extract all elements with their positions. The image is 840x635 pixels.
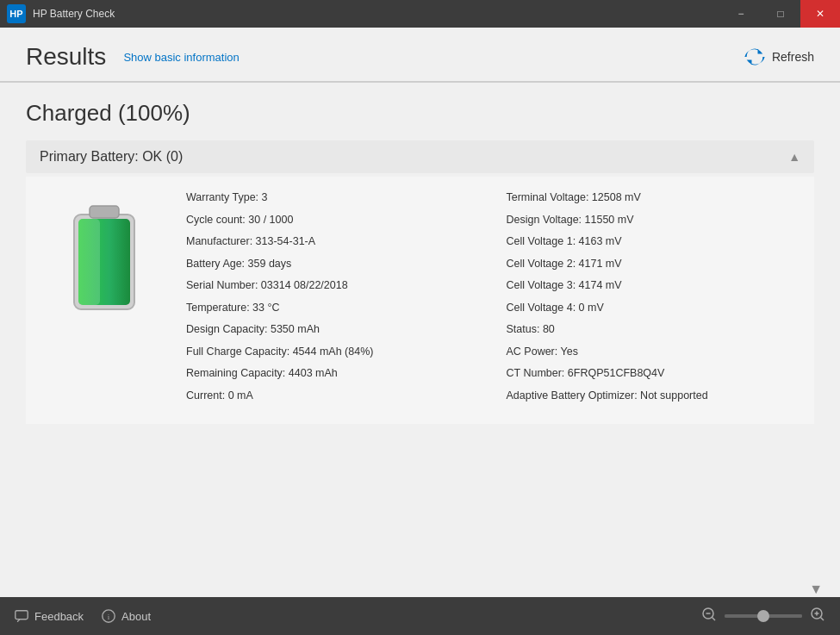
- header: Results Show basic information Refresh: [0, 28, 840, 82]
- spec-row: Terminal Voltage: 12508 mV: [507, 190, 801, 206]
- primary-battery-row: Primary Battery: OK (0) ▲: [26, 140, 814, 173]
- spec-row: Remaining Capacity: 4403 mAh: [186, 366, 481, 382]
- footer-right: [700, 606, 826, 626]
- about-button[interactable]: i About: [101, 608, 151, 624]
- spec-row: Warranty Type: 3: [186, 190, 481, 206]
- svg-rect-4: [78, 219, 100, 305]
- about-label: About: [121, 610, 151, 623]
- footer: Feedback i About: [0, 597, 840, 635]
- title-bar-left: HP HP Battery Check: [7, 4, 115, 23]
- battery-image-container: [40, 190, 169, 410]
- spec-row: Cell Voltage 1: 4163 mV: [507, 234, 801, 250]
- svg-rect-1: [90, 206, 119, 218]
- close-button[interactable]: ✕: [800, 0, 840, 28]
- battery-details: Warranty Type: 3Cycle count: 30 / 1000Ma…: [26, 177, 814, 424]
- results-title: Results: [26, 43, 106, 71]
- refresh-label: Refresh: [772, 50, 814, 64]
- right-specs-column: Terminal Voltage: 12508 mVDesign Voltage…: [507, 190, 801, 410]
- feedback-button[interactable]: Feedback: [14, 608, 84, 624]
- app-title: HP Battery Check: [33, 8, 115, 20]
- refresh-icon: [743, 45, 767, 69]
- spec-row: Design Capacity: 5350 mAh: [186, 322, 481, 338]
- zoom-slider-thumb: [757, 610, 769, 622]
- header-left: Results Show basic information: [26, 43, 240, 71]
- spec-row: Cell Voltage 4: 0 mV: [507, 301, 801, 316]
- primary-battery-label: Primary Battery: OK (0): [40, 149, 183, 165]
- hp-logo-icon: HP: [7, 4, 26, 23]
- zoom-slider-track: [725, 614, 802, 618]
- minimize-button[interactable]: −: [721, 0, 761, 28]
- spec-row: Status: 80: [507, 322, 801, 338]
- charge-status-title: Charged (100%): [26, 100, 814, 127]
- svg-line-10: [712, 618, 716, 621]
- spec-row: Temperature: 33 °C: [186, 301, 481, 316]
- chevron-up-icon[interactable]: ▲: [788, 150, 800, 164]
- battery-icon: [65, 199, 143, 320]
- about-icon: i: [101, 608, 116, 624]
- main-content: Results Show basic information Refresh C…: [0, 28, 840, 597]
- spec-row: AC Power: Yes: [507, 345, 801, 360]
- maximize-button[interactable]: □: [761, 0, 800, 28]
- svg-rect-5: [16, 611, 28, 619]
- feedback-label: Feedback: [34, 610, 84, 623]
- battery-section: Charged (100%) Primary Battery: OK (0) ▲: [0, 83, 840, 578]
- spec-row: Cycle count: 30 / 1000: [186, 213, 481, 228]
- window-controls: − □ ✕: [721, 0, 840, 28]
- spec-row: CT Number: 6FRQP51CFB8Q4V: [507, 366, 801, 382]
- spec-row: Manufacturer: 313-54-31-A: [186, 234, 481, 250]
- spec-row: Full Charge Capacity: 4544 mAh (84%): [186, 345, 481, 360]
- zoom-in-icon[interactable]: [809, 606, 826, 626]
- left-specs-column: Warranty Type: 3Cycle count: 30 / 1000Ma…: [186, 190, 481, 410]
- chevron-down-icon: ▼: [809, 582, 823, 597]
- battery-specs: Warranty Type: 3Cycle count: 30 / 1000Ma…: [186, 190, 800, 410]
- spec-row: Cell Voltage 3: 4174 mV: [507, 278, 801, 294]
- zoom-slider[interactable]: [725, 614, 802, 618]
- show-basic-information-link[interactable]: Show basic information: [123, 51, 239, 64]
- spec-row: Design Voltage: 11550 mV: [507, 213, 801, 228]
- spec-row: Cell Voltage 2: 4171 mV: [507, 257, 801, 272]
- spec-row: Battery Age: 359 days: [186, 257, 481, 272]
- feedback-icon: [14, 608, 29, 624]
- zoom-out-icon[interactable]: [700, 606, 718, 626]
- refresh-button[interactable]: Refresh: [743, 45, 814, 69]
- spec-row: Current: 0 mA: [186, 389, 481, 404]
- svg-text:i: i: [108, 613, 110, 621]
- spec-row: Serial Number: 03314 08/22/2018: [186, 278, 481, 294]
- svg-line-14: [821, 618, 824, 621]
- scroll-hint: ▼: [0, 578, 840, 597]
- title-bar: HP HP Battery Check − □ ✕: [0, 0, 840, 28]
- spec-row: Adaptive Battery Optimizer: Not supporte…: [507, 389, 801, 404]
- footer-left: Feedback i About: [14, 608, 151, 624]
